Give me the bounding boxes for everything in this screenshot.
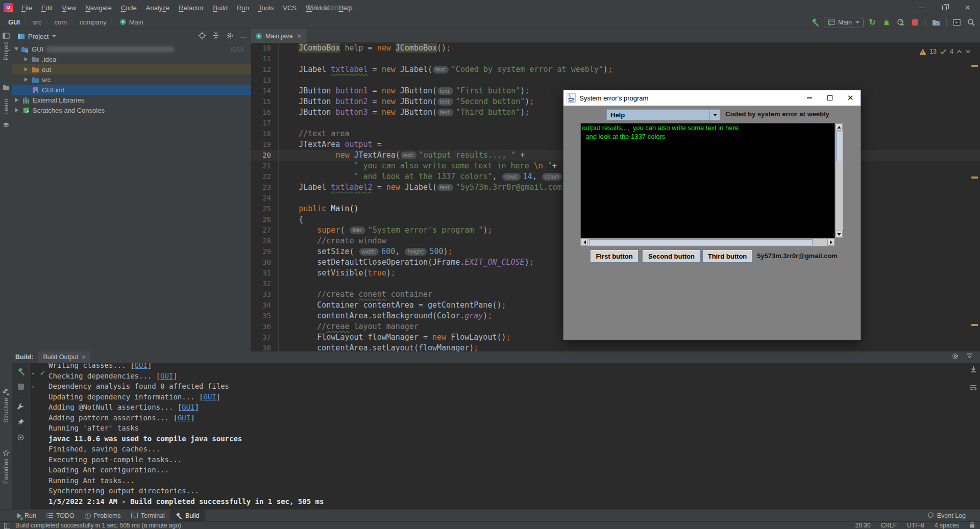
- line-number[interactable]: 30: [251, 257, 279, 268]
- code-line-11[interactable]: 11: [251, 54, 980, 64]
- line-number[interactable]: 32: [251, 279, 279, 289]
- event-log-button[interactable]: Event Log: [927, 512, 980, 519]
- chevron-up-icon[interactable]: [957, 49, 962, 54]
- chevron-right-icon[interactable]: [15, 98, 18, 102]
- build-settings-gear-button[interactable]: [951, 352, 959, 362]
- menu-vcs[interactable]: VCS: [278, 4, 301, 12]
- soft-wrap-button[interactable]: [970, 384, 977, 393]
- menu-navigate[interactable]: Navigate: [81, 4, 116, 12]
- line-number[interactable]: 38: [251, 343, 279, 351]
- line-number[interactable]: 11: [251, 54, 279, 64]
- build-link-gui[interactable]: GUI: [178, 414, 190, 422]
- line-number[interactable]: 21: [251, 161, 279, 171]
- caret-position-widget[interactable]: 20:30: [855, 522, 871, 529]
- chevron-right-icon[interactable]: [15, 108, 18, 112]
- first-button-button[interactable]: First button: [590, 249, 639, 263]
- dialog-maximize-button[interactable]: [820, 90, 840, 106]
- indent-widget[interactable]: 4 spaces: [935, 522, 959, 529]
- error-stripe-mark[interactable]: [971, 177, 978, 179]
- dialog-minimize-button[interactable]: [799, 90, 820, 106]
- code-line-12[interactable]: 12 JLabel txtlabel = new JLabel(text:"Co…: [251, 64, 980, 75]
- project-tree-item-gui[interactable]: GUI \GUI: [12, 44, 251, 54]
- code-line-10[interactable]: 10 JComboBox help = new JComboBox();: [251, 43, 980, 54]
- line-number[interactable]: 16: [251, 107, 279, 118]
- expand-chevron-icon[interactable]: ⌄: [31, 369, 35, 376]
- line-number[interactable]: 37: [251, 332, 279, 343]
- project-tree-item-idea[interactable]: .idea: [12, 54, 251, 64]
- chevron-right-icon[interactable]: [24, 67, 28, 71]
- settings-gear-button[interactable]: [226, 32, 234, 41]
- minimize-button[interactable]: [910, 0, 933, 15]
- lock-icon[interactable]: [969, 521, 975, 529]
- locate-file-button[interactable]: [198, 32, 206, 41]
- sidebar-item-layers[interactable]: [0, 122, 12, 129]
- hide-panel-button[interactable]: [966, 352, 973, 362]
- filter-eye-button[interactable]: [17, 434, 24, 443]
- line-number[interactable]: 28: [251, 236, 279, 246]
- dialog-close-button[interactable]: ✕: [840, 90, 861, 106]
- menu-analyze[interactable]: Analyze: [141, 4, 174, 12]
- breadcrumb-item-company[interactable]: company: [80, 18, 107, 26]
- line-number[interactable]: 17: [251, 118, 279, 129]
- line-number[interactable]: 25: [251, 204, 279, 214]
- build-link-gui[interactable]: GUI: [160, 372, 173, 380]
- menu-build[interactable]: Build: [208, 4, 232, 12]
- line-number[interactable]: 34: [251, 300, 279, 311]
- run-button[interactable]: ↻: [867, 17, 878, 28]
- search-everywhere-button[interactable]: [966, 17, 977, 28]
- run-anything-button[interactable]: [951, 17, 963, 28]
- output-textarea[interactable]: output results..., you can also write so…: [580, 123, 835, 238]
- help-combobox[interactable]: Help: [606, 109, 720, 120]
- scroll-left-button[interactable]: [581, 239, 588, 246]
- line-number[interactable]: 24: [251, 193, 279, 204]
- scrollbar-thumb[interactable]: [836, 132, 842, 161]
- menu-code[interactable]: Code: [116, 4, 141, 12]
- breadcrumb-item-src[interactable]: src: [33, 18, 41, 26]
- encoding-widget[interactable]: UTF-8: [907, 522, 924, 529]
- stop-button[interactable]: [910, 17, 921, 28]
- chevron-down-icon[interactable]: [965, 49, 971, 54]
- toolwindow-tab-terminal[interactable]: >_Terminal: [126, 510, 170, 522]
- menu-refactor[interactable]: Refactor: [174, 4, 208, 12]
- collapse-all-button[interactable]: [212, 32, 219, 41]
- toolwindow-tab-build[interactable]: Build: [170, 510, 205, 522]
- line-number[interactable]: 15: [251, 96, 279, 107]
- stop-build-button[interactable]: [18, 384, 24, 390]
- line-number[interactable]: 12: [251, 64, 279, 75]
- sidebar-item-structure[interactable]: Structure: [0, 389, 12, 423]
- line-number[interactable]: 36: [251, 321, 279, 332]
- line-number[interactable]: 20: [251, 150, 279, 161]
- toolwindow-tab-todo[interactable]: TODO: [41, 510, 80, 522]
- expand-chevron-icon[interactable]: ⌄: [31, 383, 35, 389]
- sidebar-item-learn[interactable]: Learn: [0, 99, 12, 115]
- project-tree-item-src[interactable]: src: [12, 74, 251, 85]
- project-structure-button[interactable]: [930, 17, 942, 28]
- horizontal-scrollbar[interactable]: [580, 238, 835, 246]
- line-number[interactable]: 22: [251, 171, 279, 182]
- combobox-arrow-button[interactable]: [709, 110, 720, 120]
- breadcrumb-item-main[interactable]: Main: [119, 18, 143, 26]
- menu-edit[interactable]: Edit: [37, 4, 57, 12]
- restore-button[interactable]: [933, 0, 956, 15]
- line-number[interactable]: 33: [251, 289, 279, 300]
- scroll-down-button[interactable]: [836, 231, 843, 238]
- line-number[interactable]: 26: [251, 214, 279, 225]
- code-line-38[interactable]: 38 contentArea.setLayout(flowManager);: [251, 343, 980, 351]
- error-stripe-mark[interactable]: [971, 65, 978, 67]
- tab-close-icon[interactable]: ✕: [297, 33, 302, 40]
- status-message[interactable]: Build completed successfully in 1 sec, 5…: [15, 522, 181, 529]
- line-number[interactable]: 13: [251, 75, 279, 86]
- run-configuration-select[interactable]: Main: [824, 17, 864, 28]
- tab-close-icon[interactable]: ✕: [81, 354, 86, 361]
- profiler-button[interactable]: [895, 17, 906, 28]
- chevron-right-icon[interactable]: [24, 57, 28, 61]
- project-tree-item-scratches-and-consoles[interactable]: Scratches and Consoles: [12, 105, 251, 115]
- scroll-to-end-button[interactable]: [970, 366, 977, 375]
- toolwindow-toggle-icon[interactable]: [4, 523, 10, 529]
- project-tree-item-out[interactable]: out: [12, 64, 251, 74]
- menu-tools[interactable]: Tools: [254, 4, 278, 12]
- line-separator-widget[interactable]: CRLF: [881, 522, 897, 529]
- vertical-scrollbar[interactable]: [835, 123, 843, 238]
- build-link-gui[interactable]: GUI: [182, 403, 194, 411]
- breadcrumb-item-gui[interactable]: GUI: [8, 18, 20, 26]
